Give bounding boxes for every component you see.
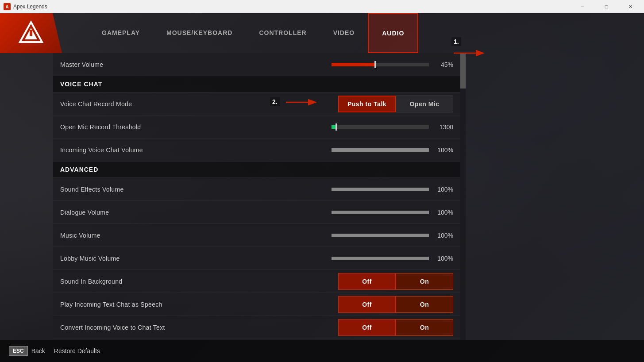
convert-incoming-voice-control: Off On xyxy=(338,319,453,336)
lobby-music-volume-slider[interactable] xyxy=(332,257,429,260)
music-volume-label: Music Volume xyxy=(60,232,332,239)
lobby-music-volume-row: Lobby Music Volume 100% xyxy=(53,247,460,270)
dialogue-volume-value: 100% xyxy=(433,209,453,216)
incoming-voice-volume-label: Incoming Voice Chat Volume xyxy=(60,146,332,154)
open-mic-button[interactable]: Open Mic xyxy=(396,96,453,112)
mic-threshold-row: Open Mic Record Threshold 1300 xyxy=(53,116,460,139)
settings-panel: Master Volume 45% VOICE CHAT Voice Chat … xyxy=(53,53,460,340)
incoming-voice-volume-control: 100% xyxy=(332,146,453,154)
music-volume-slider[interactable] xyxy=(332,234,429,237)
play-incoming-text-chat-toggle: Off On xyxy=(338,296,453,313)
svg-text:A: A xyxy=(5,4,8,9)
master-volume-label: Master Volume xyxy=(60,61,332,68)
incoming-voice-volume-value: 100% xyxy=(433,146,453,154)
sound-effects-volume-control: 100% xyxy=(332,186,453,193)
master-volume-row: Master Volume 45% xyxy=(53,53,460,76)
maximize-button[interactable]: □ xyxy=(596,0,617,13)
tab-audio[interactable]: AUDIO xyxy=(368,13,418,53)
master-volume-value: 45% xyxy=(433,61,453,68)
tab-controller[interactable]: CONTROLLER xyxy=(246,13,320,53)
lobby-music-volume-label: Lobby Music Volume xyxy=(60,255,332,262)
voice-chat-record-mode-control: Push to Talk Open Mic xyxy=(338,96,453,112)
lobby-music-volume-value: 100% xyxy=(433,255,453,262)
tab-video[interactable]: VIDEO xyxy=(320,13,368,53)
window-title: Apex Legends xyxy=(13,4,572,10)
master-volume-slider[interactable] xyxy=(332,63,429,66)
nav-tabs: GAMEPLAY MOUSE/KEYBOARD CONTROLLER VIDEO… xyxy=(62,13,644,53)
back-control: ESC Back xyxy=(9,346,45,356)
dialogue-volume-label: Dialogue Volume xyxy=(60,209,332,216)
play-incoming-text-on-button[interactable]: On xyxy=(396,296,453,313)
music-volume-row: Music Volume 100% xyxy=(53,224,460,247)
play-incoming-text-off-button[interactable]: Off xyxy=(338,296,396,313)
restore-defaults-button[interactable]: Restore Defaults xyxy=(54,347,100,354)
back-button[interactable]: Back xyxy=(31,347,45,354)
mic-threshold-control: 1300 xyxy=(332,123,453,131)
voice-chat-record-mode-label: Voice Chat Record Mode xyxy=(60,100,338,108)
content-area: Master Volume 45% VOICE CHAT Voice Chat … xyxy=(0,53,644,340)
dialogue-volume-control: 100% xyxy=(332,209,453,216)
sound-in-background-label: Sound In Background xyxy=(60,278,338,285)
mic-threshold-slider[interactable] xyxy=(332,125,429,129)
voice-chat-section-header: VOICE CHAT xyxy=(53,76,460,92)
sound-effects-volume-label: Sound Effects Volume xyxy=(60,186,332,193)
record-mode-toggle: Push to Talk Open Mic xyxy=(338,96,453,112)
esc-badge: ESC xyxy=(9,346,28,356)
music-volume-value: 100% xyxy=(433,232,453,239)
voice-chat-record-mode-row: Voice Chat Record Mode 2. Push to Talk O… xyxy=(53,92,460,116)
tab-mouse-keyboard[interactable]: MOUSE/KEYBOARD xyxy=(153,13,246,53)
app-icon: A xyxy=(4,3,11,10)
mic-threshold-value: 1300 xyxy=(433,123,453,131)
play-incoming-text-chat-label: Play Incoming Text Chat as Speech xyxy=(60,301,338,308)
sound-effects-volume-row: Sound Effects Volume 100% xyxy=(53,178,460,201)
incoming-voice-volume-row: Incoming Voice Chat Volume 100% xyxy=(53,139,460,162)
sound-in-background-row: Sound In Background Off On xyxy=(53,270,460,293)
window-controls: ─ □ ✕ xyxy=(572,0,640,13)
dialogue-volume-row: Dialogue Volume 100% xyxy=(53,201,460,224)
close-button[interactable]: ✕ xyxy=(620,0,640,13)
mic-threshold-label: Open Mic Record Threshold xyxy=(60,123,332,131)
music-volume-control: 100% xyxy=(332,232,453,239)
push-to-talk-button[interactable]: Push to Talk xyxy=(338,96,396,112)
play-incoming-text-chat-row: Play Incoming Text Chat as Speech Off On xyxy=(53,293,460,316)
apex-logo xyxy=(18,20,44,46)
main-window: GAMEPLAY MOUSE/KEYBOARD CONTROLLER VIDEO… xyxy=(0,13,644,362)
title-bar: A Apex Legends ─ □ ✕ xyxy=(0,0,644,13)
master-volume-control: 45% xyxy=(332,61,453,68)
lobby-music-volume-control: 100% xyxy=(332,255,453,262)
sound-effects-volume-value: 100% xyxy=(433,186,453,193)
bottom-bar: ESC Back Restore Defaults xyxy=(0,340,644,362)
svg-rect-4 xyxy=(30,30,32,36)
dialogue-volume-slider[interactable] xyxy=(332,211,429,214)
convert-incoming-voice-label: Convert Incoming Voice to Chat Text xyxy=(60,324,338,331)
scrollbar-track xyxy=(460,53,466,340)
tab-gameplay[interactable]: GAMEPLAY xyxy=(89,13,153,53)
play-incoming-text-chat-control: Off On xyxy=(338,296,453,313)
sound-in-background-control: Off On xyxy=(338,273,453,290)
convert-incoming-voice-toggle: Off On xyxy=(338,319,453,336)
logo-area xyxy=(0,13,62,53)
convert-incoming-voice-row: Convert Incoming Voice to Chat Text Off … xyxy=(53,316,460,339)
convert-incoming-voice-off-button[interactable]: Off xyxy=(338,319,396,336)
advanced-section-header: ADVANCED xyxy=(53,162,460,178)
sound-in-background-on-button[interactable]: On xyxy=(396,273,453,290)
sound-in-background-toggle: Off On xyxy=(338,273,453,290)
sound-effects-volume-slider[interactable] xyxy=(332,188,429,191)
minimize-button[interactable]: ─ xyxy=(572,0,593,13)
convert-incoming-voice-on-button[interactable]: On xyxy=(396,319,453,336)
scrollbar-thumb[interactable] xyxy=(460,53,466,89)
sound-in-background-off-button[interactable]: Off xyxy=(338,273,396,290)
header: GAMEPLAY MOUSE/KEYBOARD CONTROLLER VIDEO… xyxy=(0,13,644,53)
incoming-voice-volume-slider[interactable] xyxy=(332,148,429,152)
